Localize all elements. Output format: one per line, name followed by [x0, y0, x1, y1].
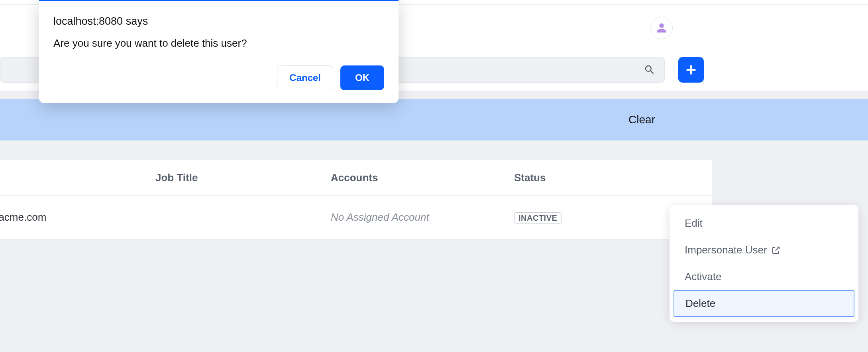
confirm-dialog: localhost:8080 says Are you sure you wan… [39, 0, 399, 103]
search-icon [644, 64, 656, 76]
column-header-job-title: Job Title [155, 172, 331, 184]
column-header-accounts: Accounts [331, 172, 510, 184]
menu-item-label: Impersonate User [685, 244, 767, 256]
menu-item-impersonate[interactable]: Impersonate User [670, 237, 858, 263]
table-header-row: il Job Title Accounts Status [0, 160, 712, 196]
cell-status: INACTIVE [514, 211, 642, 224]
dialog-title: localhost:8080 says [53, 15, 384, 28]
dialog-actions: Cancel OK [53, 65, 384, 90]
context-menu: Edit Impersonate User Activate Delete [670, 205, 858, 322]
filter-band: Clear [0, 99, 868, 140]
menu-item-label: Activate [685, 271, 722, 283]
table-row[interactable]: @acme.com No Assigned Account INACTIVE [0, 196, 712, 239]
clear-filter-link[interactable]: Clear [628, 113, 655, 126]
column-header-email: il [0, 172, 143, 184]
avatar[interactable] [650, 17, 673, 39]
menu-item-delete[interactable]: Delete [674, 290, 854, 317]
menu-item-label: Edit [685, 217, 703, 229]
status-badge: INACTIVE [514, 212, 562, 224]
menu-item-activate[interactable]: Activate [670, 263, 858, 290]
user-icon [656, 22, 667, 34]
add-button[interactable] [678, 57, 704, 83]
cancel-button[interactable]: Cancel [277, 65, 333, 90]
cell-email: @acme.com [0, 211, 143, 223]
external-link-icon [771, 245, 781, 255]
plus-icon [684, 63, 698, 77]
dialog-message: Are you sure you want to delete this use… [53, 37, 384, 49]
column-header-status: Status [514, 172, 642, 184]
ok-button[interactable]: OK [340, 65, 384, 90]
menu-item-label: Delete [685, 297, 715, 310]
cell-accounts: No Assigned Account [331, 211, 510, 223]
menu-item-edit[interactable]: Edit [670, 210, 858, 237]
